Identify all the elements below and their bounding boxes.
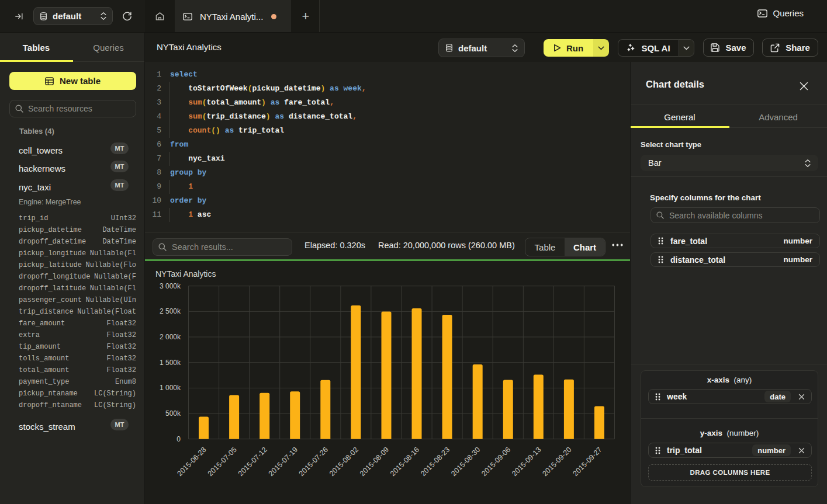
- svg-text:2 000k: 2 000k: [160, 333, 181, 341]
- svg-text:2015-08-02: 2015-08-02: [328, 446, 360, 478]
- svg-text:2015-08-09: 2015-08-09: [358, 446, 390, 478]
- svg-text:500k: 500k: [165, 409, 181, 418]
- svg-text:2015-08-30: 2015-08-30: [449, 446, 482, 478]
- svg-text:2015-09-27: 2015-09-27: [572, 446, 604, 478]
- svg-text:2015-06-28: 2015-06-28: [176, 446, 208, 478]
- svg-text:2015-07-05: 2015-07-05: [206, 446, 238, 478]
- svg-text:2015-09-13: 2015-09-13: [510, 446, 542, 478]
- svg-text:2 500k: 2 500k: [160, 307, 181, 315]
- svg-text:2015-07-12: 2015-07-12: [237, 446, 269, 478]
- svg-text:1 000k: 1 000k: [160, 384, 181, 392]
- svg-text:2015-08-16: 2015-08-16: [389, 446, 421, 478]
- svg-text:2015-08-23: 2015-08-23: [419, 446, 451, 478]
- svg-text:1 500k: 1 500k: [160, 359, 181, 367]
- svg-text:0: 0: [177, 435, 181, 443]
- svg-text:NYTaxi Analytics: NYTaxi Analytics: [155, 269, 216, 279]
- svg-text:3 000k: 3 000k: [160, 282, 181, 290]
- svg-text:2015-09-20: 2015-09-20: [541, 446, 573, 478]
- svg-text:2015-09-06: 2015-09-06: [480, 446, 512, 478]
- svg-text:2015-07-19: 2015-07-19: [267, 446, 299, 478]
- svg-text:2015-07-26: 2015-07-26: [297, 446, 330, 478]
